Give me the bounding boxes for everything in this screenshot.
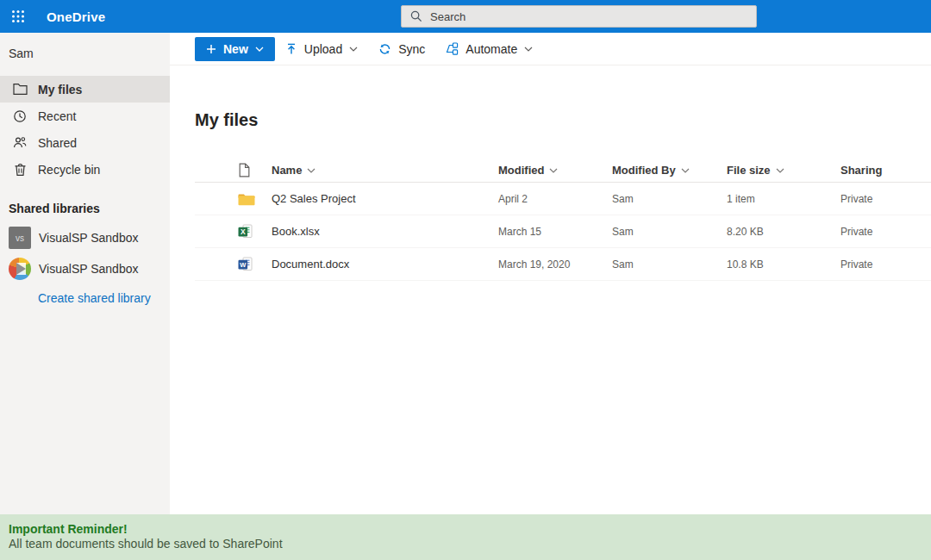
chevron-down-icon xyxy=(349,47,358,52)
document-icon xyxy=(238,163,251,177)
file-modified: March 15 xyxy=(498,226,612,238)
sidebar-item-shared[interactable]: Shared xyxy=(0,129,170,156)
svg-text:X: X xyxy=(241,227,246,236)
file-name[interactable]: Book.xlsx xyxy=(272,225,498,238)
sidebar-item-my-files[interactable]: My files xyxy=(0,76,170,103)
sync-icon xyxy=(378,43,391,55)
file-name[interactable]: Document.docx xyxy=(272,258,498,271)
file-size: 10.8 KB xyxy=(727,258,840,271)
table-row[interactable]: W Document.docx March 19, 2020 Sam 10.8 … xyxy=(195,248,931,281)
table-header-row: Name Modified Modified By File size Shar… xyxy=(195,159,931,183)
file-size: 8.20 KB xyxy=(727,226,840,238)
banner-message: All team documents should be saved to Sh… xyxy=(9,537,922,551)
table-row[interactable]: Q2 Sales Project April 2 Sam 1 item Priv… xyxy=(195,183,931,215)
chevron-down-icon xyxy=(549,168,558,173)
search-box[interactable] xyxy=(401,5,757,28)
main-content: New Upload Sync xyxy=(170,33,931,514)
chevron-down-icon xyxy=(776,168,784,173)
upload-icon xyxy=(285,43,297,55)
sidebar-item-label: My files xyxy=(38,83,82,96)
file-modified-by: Sam xyxy=(612,193,727,205)
sidebar-item-label: Recycle bin xyxy=(38,163,100,177)
automate-flow-icon xyxy=(446,42,459,55)
chevron-down-icon xyxy=(681,168,690,173)
sidebar: Sam My files Recent Shared xyxy=(0,33,170,514)
files-table: Name Modified Modified By File size Shar… xyxy=(195,159,931,281)
command-bar: New Upload Sync xyxy=(170,33,931,65)
trash-icon xyxy=(12,163,28,177)
column-label: Sharing xyxy=(840,164,882,177)
sidebar-library-visualsp-2[interactable]: VisualSP Sandbox xyxy=(0,257,170,281)
sidebar-nav: My files Recent Shared xyxy=(0,76,170,183)
file-sharing: Private xyxy=(840,258,931,271)
search-input[interactable] xyxy=(430,10,723,23)
svg-text:W: W xyxy=(240,261,247,269)
automate-button-label: Automate xyxy=(466,42,517,56)
shared-libraries-header: Shared libraries xyxy=(0,202,170,219)
file-modified: March 19, 2020 xyxy=(498,258,612,271)
column-label: Modified xyxy=(498,164,544,177)
column-label: File size xyxy=(727,164,771,177)
file-sharing: Private xyxy=(840,193,931,205)
new-button-label: New xyxy=(223,42,248,56)
column-header-file-size[interactable]: File size xyxy=(727,164,840,177)
file-size: 1 item xyxy=(727,193,840,205)
column-header-modified-by[interactable]: Modified By xyxy=(612,164,727,177)
folder-icon xyxy=(12,83,28,96)
top-bar: OneDrive xyxy=(0,0,931,33)
waffle-icon xyxy=(11,9,25,23)
sidebar-item-label: Shared xyxy=(38,136,77,150)
word-file-icon: W xyxy=(238,257,253,271)
library-label: VisualSP Sandbox xyxy=(39,262,138,276)
column-header-file-type[interactable] xyxy=(195,163,272,177)
sidebar-item-recycle-bin[interactable]: Recycle bin xyxy=(0,156,170,183)
sidebar-item-label: Recent xyxy=(38,109,76,123)
library-label: VisualSP Sandbox xyxy=(39,231,138,245)
upload-button[interactable]: Upload xyxy=(275,37,368,61)
column-header-name[interactable]: Name xyxy=(272,164,498,177)
visualsp-logo-icon xyxy=(9,258,31,280)
file-sharing: Private xyxy=(840,226,931,238)
file-modified-by: Sam xyxy=(612,258,727,271)
vs-square-icon: vs xyxy=(9,227,31,249)
page-title: My files xyxy=(195,110,931,134)
search-icon xyxy=(410,10,422,22)
banner-title: Important Reminder! xyxy=(9,522,922,537)
sidebar-user-name: Sam xyxy=(0,43,170,64)
app-launcher-button[interactable] xyxy=(2,0,34,33)
file-modified: April 2 xyxy=(498,193,612,205)
plus-icon xyxy=(206,44,216,54)
file-name[interactable]: Q2 Sales Project xyxy=(272,192,498,205)
column-label: Name xyxy=(272,164,302,177)
chevron-down-icon xyxy=(524,47,533,52)
sync-button-label: Sync xyxy=(398,42,425,56)
file-modified-by: Sam xyxy=(612,226,727,238)
sync-button[interactable]: Sync xyxy=(368,37,435,61)
column-label: Modified By xyxy=(612,164,676,177)
upload-button-label: Upload xyxy=(304,42,342,56)
column-header-modified[interactable]: Modified xyxy=(498,164,612,177)
app-title[interactable]: OneDrive xyxy=(47,9,105,24)
people-icon xyxy=(12,136,28,149)
reminder-banner: Important Reminder! All team documents s… xyxy=(0,514,931,560)
chevron-down-icon xyxy=(307,168,316,173)
create-shared-library-link[interactable]: Create shared library xyxy=(38,291,170,305)
folder-icon xyxy=(238,192,255,206)
sidebar-library-visualsp-1[interactable]: vs VisualSP Sandbox xyxy=(0,226,170,250)
excel-file-icon: X xyxy=(238,224,253,239)
automate-button[interactable]: Automate xyxy=(435,37,543,61)
clock-icon xyxy=(12,109,28,123)
new-button[interactable]: New xyxy=(195,37,275,61)
column-header-sharing[interactable]: Sharing xyxy=(840,164,931,177)
sidebar-item-recent[interactable]: Recent xyxy=(0,103,170,129)
table-row[interactable]: X Book.xlsx March 15 Sam 8.20 KB Private xyxy=(195,215,931,248)
chevron-down-icon xyxy=(255,47,264,52)
